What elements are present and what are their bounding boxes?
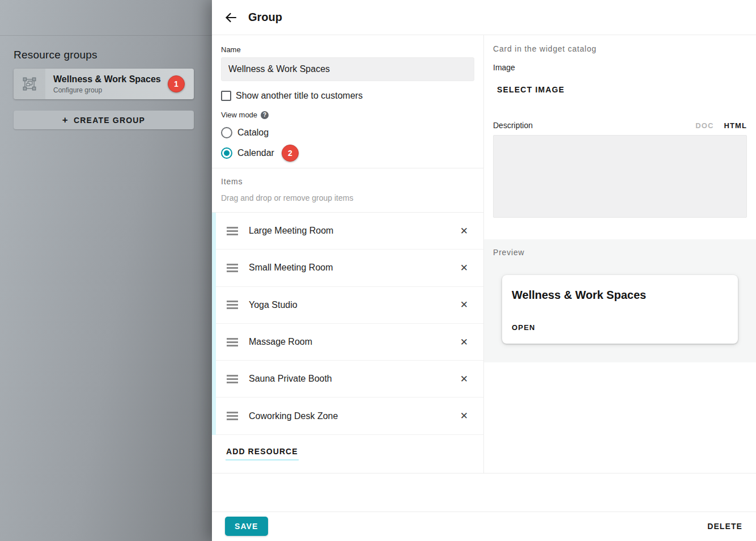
group-item-row[interactable]: Sauna Private Booth ✕ (212, 361, 483, 398)
item-label: Massage Room (249, 337, 312, 347)
group-name-input[interactable] (221, 57, 474, 81)
drag-handle-icon[interactable] (227, 301, 238, 309)
group-icon (14, 69, 45, 99)
calendar-radio-label: Calendar (237, 148, 274, 158)
delete-button[interactable]: DELETE (707, 522, 742, 531)
modal-footer: SAVE DELETE (212, 512, 756, 541)
group-item-row[interactable]: Large Meeting Room ✕ (212, 213, 483, 250)
remove-item-icon[interactable]: ✕ (459, 225, 469, 237)
group-settings-column: Name Show another title to customers Vie… (212, 35, 484, 473)
group-form: Name Show another title to customers Vie… (212, 35, 483, 168)
plus-icon: + (62, 115, 69, 125)
create-group-button[interactable]: + CREATE GROUP (14, 111, 194, 129)
view-mode-option-calendar[interactable]: Calendar 2 (221, 146, 474, 160)
item-label: Yoga Studio (249, 300, 298, 310)
description-textarea[interactable] (493, 135, 747, 218)
create-group-label: CREATE GROUP (74, 116, 145, 125)
description-label: Description (493, 121, 533, 130)
item-label: Small Meeting Room (249, 263, 333, 273)
save-button[interactable]: SAVE (225, 517, 268, 536)
description-row: Description DOC HTML (493, 121, 747, 130)
group-edit-modal: Group Name Show another title to custome… (212, 0, 756, 541)
modal-header: Group (212, 0, 756, 35)
backdrop-header-divider (0, 35, 212, 36)
select-image-button[interactable]: SELECT IMAGE (493, 85, 564, 94)
drag-handle-icon[interactable] (227, 264, 238, 272)
remove-item-icon[interactable]: ✕ (459, 373, 469, 385)
group-item-row[interactable]: Massage Room ✕ (212, 324, 483, 361)
name-label: Name (221, 45, 474, 54)
preview-header: Preview (493, 248, 747, 257)
group-card-text: Wellness & Work Spaces Configure group (53, 74, 161, 94)
remove-item-icon[interactable]: ✕ (459, 336, 469, 348)
items-section-header: Items Drag and drop or remove group item… (212, 168, 483, 212)
widget-catalog-section: Card in the widget catalog Image SELECT … (484, 35, 756, 220)
annotation-badge-1: 1 (168, 75, 185, 92)
help-icon[interactable]: ? (261, 111, 269, 119)
view-mode-option-catalog[interactable]: Catalog (221, 126, 474, 140)
item-label: Large Meeting Room (249, 226, 333, 236)
radio-selected-icon[interactable] (221, 147, 232, 159)
group-item-row[interactable]: Yoga Studio ✕ (212, 287, 483, 324)
description-mode-tabs: DOC HTML (695, 121, 747, 130)
radio-unselected-icon[interactable] (221, 127, 232, 138)
arrow-back-icon (224, 11, 237, 24)
tab-html[interactable]: HTML (724, 121, 747, 130)
show-another-title-checkbox-row[interactable]: Show another title to customers (221, 91, 474, 101)
items-header: Items (221, 177, 474, 186)
preview-section: Preview Wellness & Work Spaces OPEN (484, 239, 756, 362)
item-label: Sauna Private Booth (249, 374, 332, 384)
item-label: Coworking Desk Zone (249, 411, 338, 421)
image-label: Image (493, 63, 747, 72)
catalog-radio-label: Catalog (237, 128, 269, 138)
view-mode-label: View mode (221, 111, 257, 119)
group-items-list: Large Meeting Room ✕ Small Meeting Room … (212, 212, 483, 435)
remove-item-icon[interactable]: ✕ (459, 299, 469, 311)
remove-item-icon[interactable]: ✕ (459, 410, 469, 422)
modal-title: Group (248, 11, 282, 24)
modal-body: Name Show another title to customers Vie… (212, 35, 756, 474)
back-button[interactable] (223, 10, 239, 26)
tab-doc[interactable]: DOC (695, 121, 713, 130)
preview-card: Wellness & Work Spaces OPEN (502, 275, 738, 344)
drag-handle-icon[interactable] (227, 412, 238, 420)
widget-catalog-column: Card in the widget catalog Image SELECT … (484, 35, 756, 473)
resource-groups-panel: Resource groups Wellness & Work Spaces C… (14, 49, 194, 129)
show-another-title-label: Show another title to customers (236, 91, 363, 101)
preview-open-button[interactable]: OPEN (512, 323, 536, 332)
group-item-row[interactable]: Coworking Desk Zone ✕ (212, 398, 483, 434)
preview-card-title: Wellness & Work Spaces (512, 287, 728, 303)
view-mode-row: View mode ? (221, 111, 474, 119)
resource-groups-title: Resource groups (14, 49, 194, 61)
widget-catalog-header: Card in the widget catalog (493, 44, 747, 53)
dimmed-backdrop: Resource groups Wellness & Work Spaces C… (0, 0, 212, 541)
add-resource-button[interactable]: ADD RESOURCE (226, 447, 299, 460)
modal-footer-spacer (212, 474, 756, 512)
annotation-badge-2: 2 (282, 145, 299, 162)
resource-group-card[interactable]: Wellness & Work Spaces Configure group 1 (14, 69, 194, 99)
drag-handle-icon[interactable] (227, 375, 238, 383)
items-hint: Drag and drop or remove group items (221, 193, 474, 202)
group-card-subtitle: Configure group (53, 86, 161, 94)
drag-handle-icon[interactable] (227, 338, 238, 346)
checkbox-unchecked-icon[interactable] (221, 91, 231, 101)
add-resource-row: ADD RESOURCE (212, 435, 483, 473)
remove-item-icon[interactable]: ✕ (459, 262, 469, 274)
group-card-title: Wellness & Work Spaces (53, 74, 161, 84)
drag-handle-icon[interactable] (227, 227, 238, 235)
group-item-row[interactable]: Small Meeting Room ✕ (212, 250, 483, 286)
